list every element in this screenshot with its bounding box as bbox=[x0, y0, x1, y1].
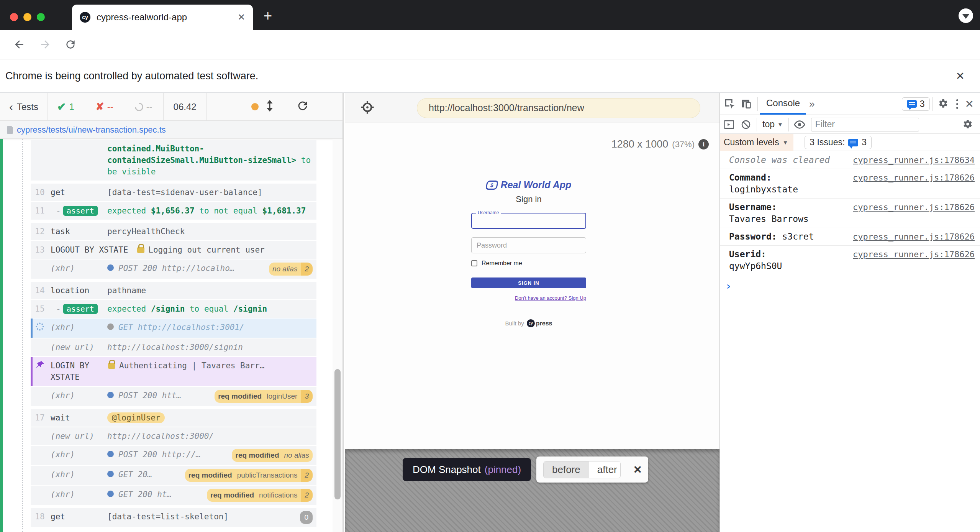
pending-circle-icon bbox=[133, 101, 145, 113]
snapshot-close-icon[interactable]: ✕ bbox=[627, 463, 648, 476]
command-row[interactable]: (xhr)POST 200 http://localho…no alias2 bbox=[31, 259, 316, 279]
console-settings-icon[interactable] bbox=[959, 116, 976, 133]
console-filter-input[interactable]: Filter bbox=[811, 118, 919, 131]
console-message: Username:Tavares_Barrowscypress_runner.j… bbox=[720, 199, 980, 228]
signin-button[interactable]: SIGN IN bbox=[471, 277, 586, 288]
snapshot-after-button[interactable]: after bbox=[589, 461, 621, 478]
command-row[interactable]: 12taskpercyHealthCheck bbox=[31, 223, 316, 240]
live-expression-eye-icon[interactable] bbox=[791, 116, 808, 133]
source-location-link[interactable]: cypress_runner.js:178626 bbox=[853, 231, 975, 243]
selector-playground-icon[interactable] bbox=[360, 100, 375, 116]
devtools-close-icon[interactable]: ✕ bbox=[965, 98, 974, 110]
reporter-scrollbar-thumb[interactable] bbox=[334, 369, 341, 499]
command-row[interactable]: 10get[data-test=sidenav-user-balance] bbox=[31, 184, 316, 201]
command-row[interactable]: 18get[data-test=list-skeleton]0 bbox=[31, 508, 316, 527]
command-row[interactable]: (xhr)GET http://localhost:3001/ bbox=[31, 319, 316, 338]
dom-snapshot-label: DOM Snapshot bbox=[413, 464, 481, 476]
forward-icon[interactable] bbox=[38, 37, 53, 52]
command-row[interactable]: 13LOGOUT BY XSTATELogging out current us… bbox=[31, 241, 316, 259]
device-toolbar-icon[interactable] bbox=[738, 95, 755, 112]
username-label: Username bbox=[476, 210, 501, 215]
console-message: Console was clearedcypress_runner.js:178… bbox=[720, 151, 980, 169]
dom-snapshot-pill: DOM Snapshot (pinned) bbox=[403, 458, 531, 481]
console-message: Userid:qywYp6hS0Ucypress_runner.js:17862… bbox=[720, 246, 980, 275]
console-prompt[interactable]: › bbox=[720, 275, 980, 292]
clear-console-icon[interactable] bbox=[737, 116, 754, 133]
element-count-badge: 0 bbox=[300, 511, 313, 524]
command-row[interactable]: 11-assertexpected $1,656.37 to not equal… bbox=[31, 202, 316, 220]
pending-stat: -- bbox=[135, 102, 152, 112]
xhr-status-dot bbox=[107, 471, 114, 477]
password-field[interactable]: Password bbox=[471, 237, 586, 253]
console-messages-badge[interactable]: 3 bbox=[902, 97, 930, 111]
signup-link[interactable]: Don't have an account? Sign Up bbox=[471, 295, 586, 301]
source-location-link[interactable]: cypress_runner.js:178626 bbox=[853, 172, 975, 184]
download-indicator-icon[interactable] bbox=[959, 8, 973, 23]
command-row[interactable]: (new url)http://localhost:3000/ bbox=[31, 427, 316, 445]
devtools-settings-icon[interactable] bbox=[935, 95, 952, 112]
close-window-button[interactable] bbox=[10, 13, 18, 21]
more-tabs-chevron[interactable]: » bbox=[806, 98, 818, 110]
assert-badge: assert bbox=[63, 304, 98, 314]
console-messages: Console was clearedcypress_runner.js:178… bbox=[720, 151, 980, 292]
rerun-tests-icon[interactable] bbox=[296, 99, 309, 115]
snapshot-before-button[interactable]: before bbox=[544, 461, 589, 478]
command-row[interactable]: (xhr)GET 200 ht…req modifiednotification… bbox=[31, 486, 316, 505]
reporter-scrollbar[interactable] bbox=[333, 139, 343, 532]
command-row[interactable]: (new url)http://localhost:3000/signin bbox=[31, 338, 316, 356]
command-row[interactable]: (xhr)POST 200 http://…req modifiedno ali… bbox=[31, 446, 316, 465]
new-tab-button[interactable]: + bbox=[264, 8, 272, 23]
command-row[interactable]: 14locationpathname bbox=[31, 282, 316, 299]
interception-badge: req modifiedno alias bbox=[232, 449, 313, 462]
command-row[interactable]: contained.MuiButton-containedSizeSmall.M… bbox=[31, 140, 316, 181]
xhr-status-dot bbox=[107, 491, 114, 497]
command-row[interactable]: (xhr)GET 20…req modifiedpublicTransactio… bbox=[31, 466, 316, 485]
banner-text: Chrome is being controlled by automated … bbox=[5, 70, 258, 82]
test-passed-rail bbox=[0, 139, 3, 532]
zoom-window-button[interactable] bbox=[37, 13, 45, 21]
file-icon bbox=[7, 126, 13, 134]
interception-badge: req modifiedpublicTransactions2 bbox=[185, 469, 313, 482]
console-toolbar: top▼ Filter bbox=[720, 115, 980, 134]
snapshot-toggle-group: before after ✕ bbox=[536, 456, 648, 483]
interception-badge: no alias2 bbox=[269, 263, 313, 276]
remember-me-row[interactable]: Remember me bbox=[471, 260, 586, 267]
back-to-tests-button[interactable]: ‹ Tests bbox=[0, 100, 48, 113]
spec-file-link[interactable]: cypress/tests/ui/new-transaction.spec.ts bbox=[17, 125, 166, 135]
viewport-info: 1280 x 1000 (37%) i bbox=[611, 138, 709, 150]
minimize-window-button[interactable] bbox=[23, 13, 31, 21]
auto-scroll-indicator-icon[interactable] bbox=[251, 103, 259, 110]
reload-icon[interactable] bbox=[63, 37, 78, 52]
remember-checkbox[interactable] bbox=[471, 260, 477, 266]
username-field[interactable]: Username bbox=[471, 213, 586, 229]
browser-tab[interactable]: cy cypress-realworld-app ✕ bbox=[72, 5, 253, 30]
context-selector[interactable]: top▼ bbox=[759, 119, 786, 130]
command-row[interactable]: 15-assertexpected /signin to equal /sign… bbox=[31, 300, 316, 318]
tab-close-icon[interactable]: ✕ bbox=[238, 12, 245, 23]
window-controls[interactable] bbox=[10, 13, 45, 21]
banner-close-icon[interactable]: ✕ bbox=[956, 70, 965, 82]
devtools-menu-icon[interactable] bbox=[955, 98, 960, 110]
tab-console[interactable]: Console bbox=[760, 93, 806, 115]
source-location-link[interactable]: cypress_runner.js:178634 bbox=[853, 154, 975, 166]
source-location-link[interactable]: cypress_runner.js:178626 bbox=[853, 248, 975, 260]
viewport-info-icon[interactable]: i bbox=[698, 139, 709, 149]
console-sidebar-icon[interactable] bbox=[721, 116, 737, 133]
issues-counter[interactable]: 3 Issues: 3 bbox=[805, 136, 872, 149]
issues-bubble-icon bbox=[848, 139, 858, 146]
command-row[interactable]: (xhr)POST 200 htt…req modifiedloginUser3 bbox=[31, 387, 316, 406]
remember-label: Remember me bbox=[482, 260, 522, 267]
log-levels-dropdown[interactable]: Custom levels▼ bbox=[720, 134, 793, 151]
command-row[interactable]: 17wait@loginUser bbox=[31, 409, 316, 427]
screenshot-root: cy cypress-realworld-app ✕ + i localhost… bbox=[0, 0, 980, 532]
inspect-element-icon[interactable] bbox=[721, 95, 738, 112]
scroll-arrows-icon[interactable] bbox=[265, 100, 275, 114]
aut-url-pill[interactable]: http://localhost:3000/transaction/new bbox=[417, 98, 700, 118]
back-icon[interactable] bbox=[11, 37, 27, 52]
signin-heading: Sign in bbox=[471, 194, 586, 204]
run-duration: 06.42 bbox=[174, 102, 197, 112]
xhr-status-dot bbox=[107, 264, 114, 271]
alias-pill: @loginUser bbox=[107, 412, 165, 423]
command-row[interactable]: LOGIN BY XSTATEAuthenticating | Tavares_… bbox=[31, 357, 316, 386]
source-location-link[interactable]: cypress_runner.js:178626 bbox=[853, 201, 975, 213]
